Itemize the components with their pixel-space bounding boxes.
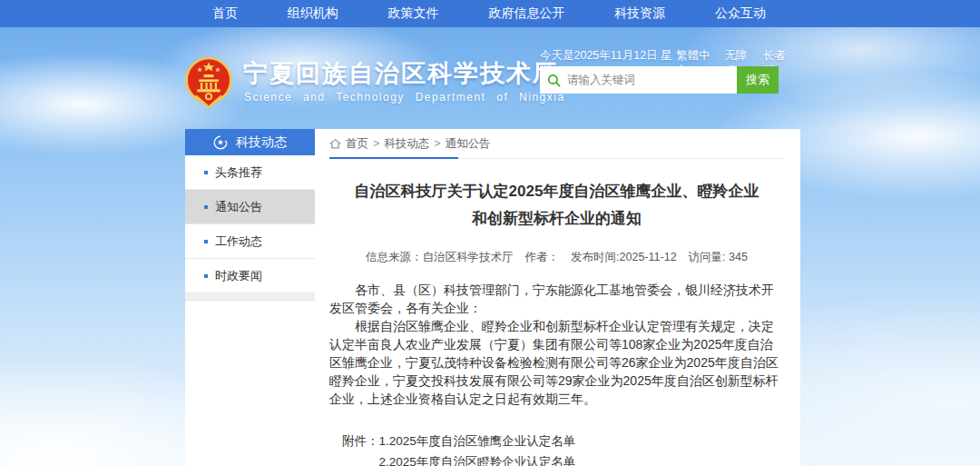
- attachments-label: 附件：: [342, 431, 379, 466]
- article-meta: 信息来源：自治区科学技术厅 作者： 发布时间:2025-11-12 访问量: 3…: [329, 250, 784, 265]
- star-circle-icon: [213, 135, 228, 150]
- nav-item-resources[interactable]: 科技资源: [614, 5, 665, 22]
- attachment-link-1[interactable]: 1.2025年度自治区雏鹰企业认定名单: [379, 431, 612, 451]
- nav-item-gov-info[interactable]: 政府信息公开: [488, 5, 564, 22]
- nav-item-policy[interactable]: 政策文件: [388, 5, 439, 22]
- attachment-link-2[interactable]: 2.2025年度自治区瞪羚企业认定名单: [379, 451, 612, 466]
- breadcrumb-notices[interactable]: 通知公告: [446, 136, 491, 152]
- search-icon: [547, 74, 561, 87]
- sidebar-item-headlines[interactable]: 头条推荐: [185, 155, 315, 190]
- sidebar-spacer: [185, 301, 315, 466]
- bullet-icon: [204, 240, 208, 243]
- meta-source: 信息来源：自治区科学技术厅: [366, 250, 514, 265]
- search-bar: 搜索: [540, 66, 779, 94]
- nav-item-home[interactable]: 首页: [212, 5, 238, 22]
- content-panel: 科技动态 头条推荐 通知公告 工作动态 时政要闻 首页 >: [185, 129, 800, 466]
- attachments-list: 1.2025年度自治区雏鹰企业认定名单 2.2025年度自治区瞪羚企业认定名单 …: [379, 431, 612, 466]
- meta-visit-count: 访问量: 345: [689, 250, 748, 265]
- nav-item-organization[interactable]: 组织机构: [288, 5, 338, 22]
- site-title: 宁夏回族自治区科学技术厅: [243, 57, 559, 90]
- bullet-icon: [204, 171, 208, 174]
- article-title-line2: 和创新型标杆企业的通知: [329, 205, 784, 233]
- home-icon: [329, 138, 341, 150]
- meta-author: 作者：: [525, 250, 560, 265]
- emblem-icon: [184, 55, 233, 111]
- nav-item-interaction[interactable]: 公众互动: [715, 5, 766, 22]
- sidebar-title: 科技动态: [236, 134, 287, 151]
- national-emblem-logo[interactable]: [184, 55, 233, 111]
- breadcrumb-separator: >: [434, 137, 440, 150]
- sidebar: 科技动态 头条推荐 通知公告 工作动态 时政要闻: [185, 129, 315, 466]
- search-button[interactable]: 搜索: [737, 66, 779, 94]
- breadcrumb: 首页 > 科技动态 > 通知公告: [329, 129, 784, 159]
- breadcrumb-tech-news[interactable]: 科技动态: [384, 136, 429, 152]
- search-input[interactable]: [567, 74, 730, 86]
- sidebar-footer-strip: [185, 293, 315, 301]
- article-title: 自治区科技厅关于认定2025年度自治区雏鹰企业、瞪羚企业 和创新型标杆企业的通知: [329, 178, 784, 233]
- main-article-area: 首页 > 科技动态 > 通知公告 自治区科技厅关于认定2025年度自治区雏鹰企业…: [315, 129, 800, 466]
- sidebar-item-notices[interactable]: 通知公告: [185, 190, 315, 224]
- top-navigation-bar: 首页 组织机构 政策文件 政府信息公开 科技资源 公众互动: [0, 0, 980, 27]
- site-subtitle-english: Science and Technology Department of Nin…: [244, 91, 565, 104]
- article: 自治区科技厅关于认定2025年度自治区雏鹰企业、瞪羚企业 和创新型标杆企业的通知…: [329, 159, 784, 466]
- article-paragraph: 各市、县（区）科技管理部门，宁东能源化工基地管委会，银川经济技术开发区管委会，各…: [329, 281, 784, 317]
- bullet-icon: [204, 205, 208, 209]
- article-body: 各市、县（区）科技管理部门，宁东能源化工基地管委会，银川经济技术开发区管委会，各…: [329, 281, 784, 408]
- sidebar-item-work-trends[interactable]: 工作动态: [185, 224, 315, 259]
- meta-publish-time: 发布时间:2025-11-12: [571, 250, 677, 265]
- article-title-line1: 自治区科技厅关于认定2025年度自治区雏鹰企业、瞪羚企业: [329, 178, 784, 205]
- sidebar-item-current-affairs[interactable]: 时政要闻: [185, 259, 315, 293]
- breadcrumb-separator: >: [373, 137, 379, 150]
- bullet-icon: [204, 274, 208, 278]
- breadcrumb-home[interactable]: 首页: [346, 136, 368, 152]
- article-paragraph: 根据自治区雏鹰企业、瞪羚企业和创新型标杆企业认定管理有关规定，决定认定半亩良人农…: [329, 317, 784, 408]
- sidebar-header: 科技动态: [185, 129, 315, 155]
- attachments-block: 附件： 1.2025年度自治区雏鹰企业认定名单 2.2025年度自治区瞪羚企业认…: [342, 431, 784, 466]
